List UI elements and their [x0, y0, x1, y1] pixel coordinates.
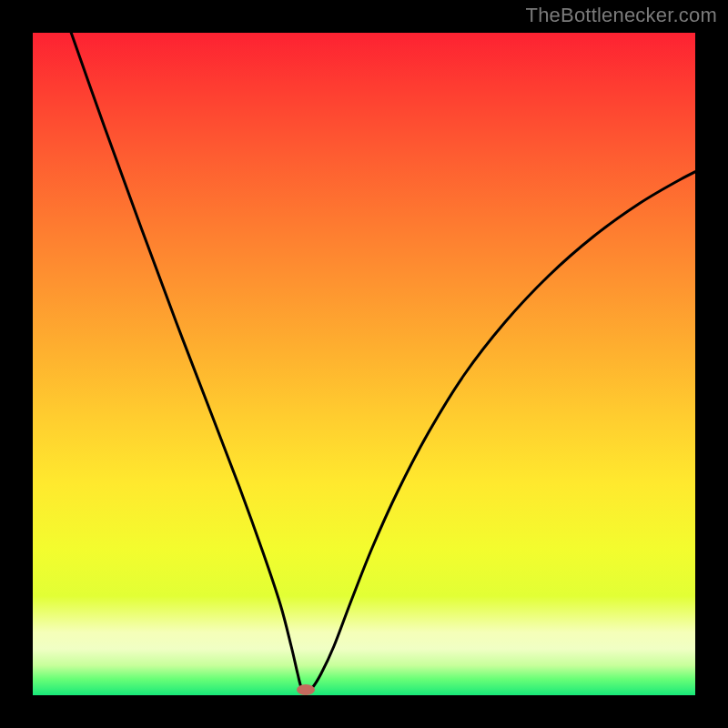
- bottleneck-curve-chart: [0, 0, 728, 728]
- optimal-point-marker: [297, 684, 315, 695]
- chart-gradient-background: [33, 33, 695, 695]
- chart-container: TheBottlenecker.com: [0, 0, 728, 728]
- watermark-text: TheBottlenecker.com: [526, 4, 717, 27]
